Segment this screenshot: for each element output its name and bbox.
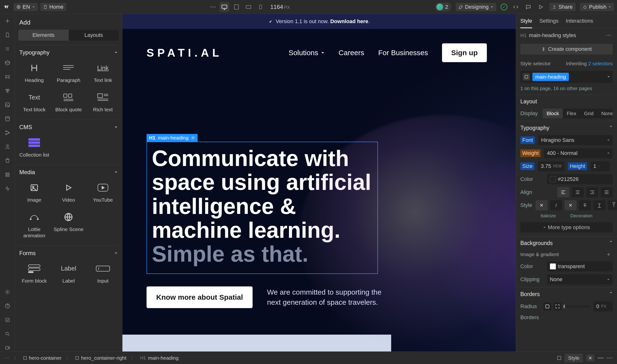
content-block[interactable] (122, 335, 391, 351)
tile-video[interactable]: Video (53, 179, 84, 206)
decoration-none[interactable] (564, 200, 577, 210)
lineheight-input[interactable]: 1- (591, 161, 610, 171)
tab-style[interactable]: Style (520, 18, 532, 28)
display-none[interactable]: None (597, 109, 613, 118)
align-right[interactable] (586, 187, 598, 197)
typography-section-title[interactable]: Typography (520, 125, 549, 131)
element-more-icon[interactable] (604, 31, 613, 39)
audit-icon[interactable] (4, 316, 11, 324)
logic-icon[interactable] (4, 129, 11, 136)
tile-input[interactable]: Input (87, 260, 119, 287)
font-select[interactable]: Hiragino Sans (538, 135, 613, 145)
preview-icon[interactable] (537, 3, 545, 11)
clipping-select[interactable]: None (547, 274, 613, 285)
selector-mode-icon[interactable] (523, 73, 530, 80)
add-icon[interactable] (4, 17, 11, 25)
tile-rich-text[interactable]: Rich text (87, 89, 119, 116)
inheriting-link[interactable]: 2 selectors (588, 61, 613, 66)
bgcolor-input[interactable]: transparent (547, 261, 613, 272)
ecommerce-icon[interactable] (4, 157, 11, 164)
tile-text-block[interactable]: TextText block (18, 89, 50, 116)
tile-paragraph[interactable]: Paragraph (53, 59, 84, 86)
layout-section-title[interactable]: Layout (520, 98, 537, 105)
share-button[interactable]: Share (549, 3, 576, 11)
device-mobile[interactable] (256, 2, 265, 12)
selected-element[interactable]: H1 main-heading Communicate with space u… (146, 142, 378, 274)
tab-elements[interactable]: Elements (18, 30, 69, 41)
hero-cta[interactable]: Know more about Spatial (146, 286, 253, 308)
selector-tag[interactable]: main-heading (532, 73, 569, 81)
tile-form-block[interactable]: Form block (18, 260, 50, 287)
tile-collection-list[interactable]: Collection list (18, 134, 50, 161)
tile-lottie[interactable]: Lottie animation (18, 208, 50, 242)
site-brand[interactable]: SPATI.AL (146, 46, 223, 59)
app-logo[interactable] (3, 3, 11, 11)
collaborators[interactable]: 2 (435, 3, 451, 11)
breadcrumb-overflow[interactable]: ⋯ (4, 355, 9, 361)
hero-heading[interactable]: Communicate with space using artificial … (152, 146, 373, 266)
radius-individual-icon[interactable] (553, 302, 562, 311)
assets-icon[interactable] (4, 101, 11, 108)
tile-block-quote[interactable]: Block quote (53, 89, 84, 116)
radius-input[interactable]: 0PX (593, 301, 613, 312)
gear-icon[interactable] (191, 136, 195, 140)
status-ok-icon[interactable]: ✓ (500, 4, 507, 10)
tab-layouts[interactable]: Layouts (69, 30, 119, 41)
italic-on[interactable]: I (550, 200, 562, 210)
selection-tag[interactable]: H1 main-heading (146, 134, 198, 142)
code-icon[interactable] (512, 3, 520, 11)
apps-icon[interactable] (4, 171, 11, 178)
crumb-hero-container-right[interactable]: hero_container-right (75, 355, 126, 361)
tile-heading[interactable]: Heading (18, 59, 50, 86)
device-tablet-landscape[interactable] (232, 2, 241, 12)
crumb-hero-container[interactable]: hero-container (23, 355, 62, 361)
display-grid[interactable]: Grid (580, 109, 597, 118)
cms-icon[interactable] (4, 115, 11, 122)
align-center[interactable] (572, 187, 584, 197)
italic-off[interactable] (536, 200, 548, 210)
tab-interactions[interactable]: Interactions (566, 18, 593, 28)
decoration-underline[interactable]: T (593, 200, 605, 210)
tab-settings[interactable]: Settings (539, 18, 559, 28)
nav-solutions[interactable]: Solutions (289, 49, 324, 57)
components-icon[interactable] (4, 59, 11, 66)
section-forms[interactable]: Forms (18, 250, 119, 260)
mode-switcher[interactable]: Designing (456, 3, 496, 11)
settings-icon[interactable] (4, 288, 11, 296)
device-desktop[interactable] (220, 2, 229, 12)
comments-icon[interactable] (524, 3, 532, 11)
crumb-close[interactable] (586, 354, 594, 362)
radius-uniform-icon[interactable] (543, 302, 551, 311)
size-input[interactable]: 3.75REM (538, 161, 564, 171)
publish-button[interactable]: Publish (580, 3, 614, 11)
section-typography[interactable]: Typography (18, 49, 119, 59)
activity-icon[interactable] (4, 185, 11, 192)
backgrounds-section-title[interactable]: Backgrounds (520, 240, 553, 247)
radius-slider[interactable] (564, 306, 590, 307)
decoration-overline[interactable]: T (608, 200, 617, 210)
weight-select[interactable]: 400 - Normal (544, 148, 613, 158)
tile-spline[interactable]: Spline Scene (53, 208, 84, 242)
language-switcher[interactable]: EN (13, 3, 38, 11)
add-bg-icon[interactable] (604, 250, 613, 259)
display-flex[interactable]: Flex (563, 109, 580, 118)
crumb-border-style[interactable] (598, 357, 604, 359)
borders-section-title[interactable]: Borders (520, 291, 540, 298)
banner-link[interactable]: Download here (330, 18, 368, 24)
chevron-down-icon[interactable] (607, 75, 610, 78)
tile-label[interactable]: LabelLabel (53, 260, 84, 287)
align-left[interactable] (557, 187, 569, 197)
crumb-border-dashed[interactable] (607, 357, 613, 359)
display-block[interactable]: Block (543, 109, 563, 118)
search-icon[interactable] (4, 330, 11, 338)
nav-signup[interactable]: Sign up (442, 43, 487, 62)
help-icon[interactable] (4, 302, 11, 310)
video-tutorial-icon[interactable] (4, 344, 11, 351)
more-type-options[interactable]: More type options (520, 222, 613, 233)
crumb-main-heading[interactable]: H1main-heading (140, 355, 179, 361)
users-icon[interactable] (4, 143, 11, 150)
tile-text-link[interactable]: LinkText link (87, 59, 119, 86)
home-button[interactable]: Home (40, 3, 66, 11)
pages-icon[interactable] (4, 31, 11, 39)
styles-icon[interactable] (4, 87, 11, 94)
